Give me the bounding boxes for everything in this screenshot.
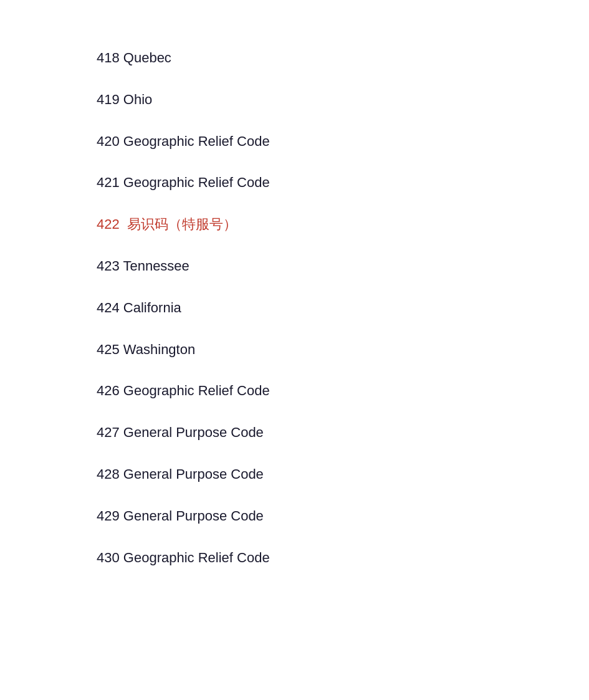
list-item-423: 423 Tennessee <box>97 246 589 287</box>
list-item-430: 430 Geographic Relief Code <box>97 537 589 579</box>
list-item-425: 425 Washington <box>97 329 589 371</box>
list-item-422: 422 易识码（特服号） <box>97 204 589 246</box>
area-code-list: 418 Quebec419 Ohio420 Geographic Relief … <box>97 37 589 578</box>
list-item-419: 419 Ohio <box>97 79 589 121</box>
list-item-427: 427 General Purpose Code <box>97 412 589 454</box>
list-item-418: 418 Quebec <box>97 37 589 79</box>
list-item-429: 429 General Purpose Code <box>97 496 589 537</box>
list-item-426: 426 Geographic Relief Code <box>97 370 589 412</box>
list-item-420: 420 Geographic Relief Code <box>97 121 589 163</box>
list-item-424: 424 California <box>97 287 589 329</box>
list-item-428: 428 General Purpose Code <box>97 454 589 496</box>
list-item-421: 421 Geographic Relief Code <box>97 162 589 204</box>
